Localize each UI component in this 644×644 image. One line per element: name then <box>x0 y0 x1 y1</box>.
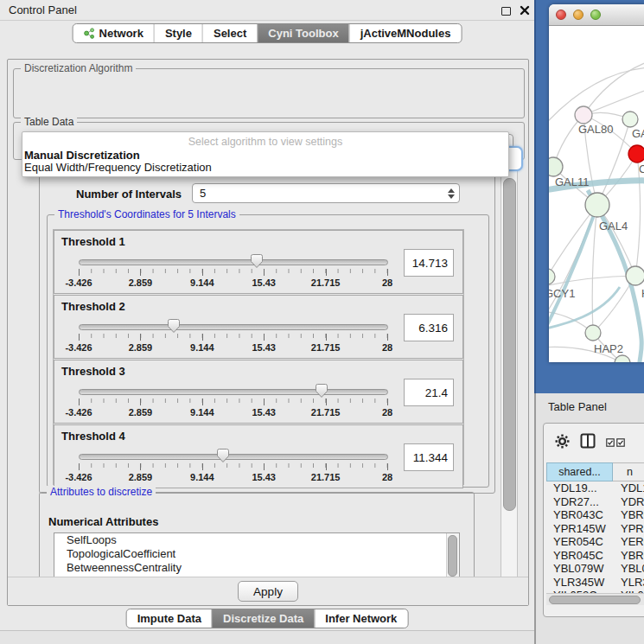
close-light-icon[interactable] <box>556 10 566 20</box>
tick-label: 15.43 <box>252 277 276 288</box>
tick-label: 15.43 <box>252 342 276 353</box>
threshold-value-field[interactable]: 14.713 <box>404 249 454 277</box>
network-node[interactable] <box>585 193 609 217</box>
minimize-light-icon[interactable] <box>573 10 583 20</box>
list-scrollbar-thumb[interactable] <box>448 535 457 577</box>
attribute-list-item[interactable]: SelfLoops <box>54 533 459 547</box>
tick-label: 9.144 <box>190 277 214 288</box>
tab-impute-data[interactable]: Impute Data <box>127 609 212 628</box>
threshold-slider[interactable] <box>79 259 388 265</box>
group-title: Threshold's Coordinates for 5 Intervals <box>54 208 239 220</box>
network-edge-highlighted <box>549 205 597 339</box>
network-node[interactable] <box>615 355 630 362</box>
tab-label: Impute Data <box>137 612 201 625</box>
threshold-value-field[interactable]: 11.344 <box>404 443 454 471</box>
settings-viewport: Interval Definition Number of Intervals … <box>13 163 499 577</box>
tick-label: 21.715 <box>311 342 341 353</box>
popup-option-manual-discretization[interactable]: Manual Discretization <box>24 149 140 162</box>
apply-button[interactable]: Apply <box>238 581 298 602</box>
thresholds-group: Threshold's Coordinates for 5 Intervals … <box>47 214 489 488</box>
network-node[interactable] <box>628 145 644 163</box>
popup-option-equal-width-frequency[interactable]: Equal Width/Frequency Discretization <box>24 161 212 174</box>
tab-discretize-data[interactable]: Discretize Data <box>212 609 314 628</box>
table-hscrollbar-thumb[interactable] <box>549 596 641 604</box>
network-window-titlebar <box>549 4 644 26</box>
split-columns-icon[interactable] <box>580 433 596 449</box>
network-edge <box>592 205 597 333</box>
network-node[interactable] <box>626 266 644 285</box>
float-icon[interactable] <box>501 7 511 16</box>
tab-style[interactable]: Style <box>154 24 202 42</box>
checkbox-icon[interactable] <box>606 438 615 447</box>
network-node-label: GAL11 <box>555 175 590 188</box>
table-row[interactable]: YDL19...YDL1 <box>546 481 644 495</box>
tick-label: 2.859 <box>129 277 153 288</box>
tab-select[interactable]: Select <box>202 24 257 42</box>
cyni-toolbox-panel: Discretization Algorithm Table Data galF… <box>7 59 529 606</box>
threshold-panel: Threshold 3 -3.4262.8599.14415.4321.7152… <box>54 360 463 424</box>
network-edge <box>583 61 644 115</box>
slider-thumb[interactable] <box>250 253 264 269</box>
group-title: Table Data <box>21 116 77 128</box>
close-icon[interactable] <box>520 5 530 16</box>
attribute-list-item[interactable]: TopologicalCoefficient <box>54 547 459 561</box>
table-row[interactable]: YBR043CYBR0 <box>546 508 644 522</box>
network-node[interactable] <box>622 112 638 127</box>
table-panel-title: Table Panel <box>548 400 607 413</box>
tab-cyni-toolbox[interactable]: Cyni Toolbox <box>257 24 348 42</box>
network-node[interactable] <box>585 325 601 341</box>
threshold-slider[interactable] <box>79 454 388 460</box>
network-node[interactable] <box>575 106 592 124</box>
column-header-name[interactable]: n <box>613 462 644 481</box>
bottom-tab-bar: Impute Data Discretize Data Infer Networ… <box>126 609 409 628</box>
number-of-intervals-combobox[interactable]: 5 <box>192 183 460 203</box>
settings-scrollbar[interactable] <box>501 163 518 577</box>
table-row[interactable]: YBR045CYBR0 <box>546 549 644 563</box>
network-node[interactable] <box>549 269 555 284</box>
thresholds-container: Threshold 1 -3.4262.8599.14415.4321.7152… <box>53 229 464 485</box>
checkbox-icon[interactable] <box>616 438 625 447</box>
settings-scrollbar-thumb[interactable] <box>503 178 516 511</box>
tick-label: -3.426 <box>65 342 92 353</box>
top-tab-bar: Network Style Select Cyni Toolbox jActiv… <box>73 23 462 43</box>
table-row[interactable]: YLR345WYLR3 <box>546 576 644 590</box>
tick-label: 2.859 <box>129 342 153 353</box>
tab-label: Style <box>165 27 192 40</box>
network-canvas[interactable]: GAL80GACGAL11GAL4GCY1HHAP2 <box>549 26 644 362</box>
numerical-attributes-list[interactable]: SelfLoopsTopologicalCoefficientBetweenne… <box>54 532 460 577</box>
table-row[interactable]: YPR145WYPR1 <box>546 522 644 536</box>
discretization-algorithm-group: Discretization Algorithm <box>13 68 525 118</box>
popup-placeholder: Select algorithm to view settings <box>22 136 508 148</box>
combobox-stepper-icon[interactable] <box>448 188 455 199</box>
slider-major-ticks <box>79 334 387 341</box>
threshold-value-field[interactable]: 6.316 <box>404 314 454 341</box>
slider-thumb[interactable] <box>315 383 328 399</box>
threshold-slider[interactable] <box>79 324 388 330</box>
table-row[interactable]: YER054CYER0 <box>546 535 644 549</box>
table-rows: YDL19...YDL1YDR27...YDR2YBR043CYBR0YPR14… <box>546 481 644 593</box>
column-header-shared[interactable]: shared... <box>546 462 613 481</box>
attribute-list-item[interactable]: BetweennessCentrality <box>54 561 459 575</box>
list-scrollbar[interactable] <box>446 533 459 577</box>
threshold-label: Threshold 3 <box>61 365 125 378</box>
interval-definition-group: Interval Definition Number of Intervals … <box>39 169 495 494</box>
zoom-light-icon[interactable] <box>590 10 601 20</box>
table-row[interactable]: YBL079WYBL0 <box>546 562 644 576</box>
gear-icon[interactable] <box>554 433 571 450</box>
table-row[interactable]: YDR27...YDR2 <box>546 495 644 509</box>
table-panel-card: shared... n YDL19...YDL1YDR27...YDR2YBR0… <box>543 423 644 617</box>
network-node[interactable] <box>549 157 563 176</box>
threshold-value-field[interactable]: 21.4 <box>404 379 454 406</box>
tab-jactivemnodules[interactable]: jActiveMNodules <box>349 24 462 42</box>
threshold-slider[interactable] <box>79 389 388 395</box>
slider-major-ticks <box>79 269 387 277</box>
table-hscrollbar[interactable] <box>546 593 644 605</box>
tab-label: Network <box>99 27 143 40</box>
tab-network[interactable]: Network <box>73 24 154 42</box>
slider-thumb[interactable] <box>167 318 181 334</box>
tick-label: 15.43 <box>252 407 276 418</box>
tab-label: jActiveMNodules <box>360 27 451 40</box>
slider-thumb[interactable] <box>216 448 230 463</box>
tab-infer-network[interactable]: Infer Network <box>314 609 407 628</box>
control-panel-titlebar: Control Panel <box>0 0 534 21</box>
